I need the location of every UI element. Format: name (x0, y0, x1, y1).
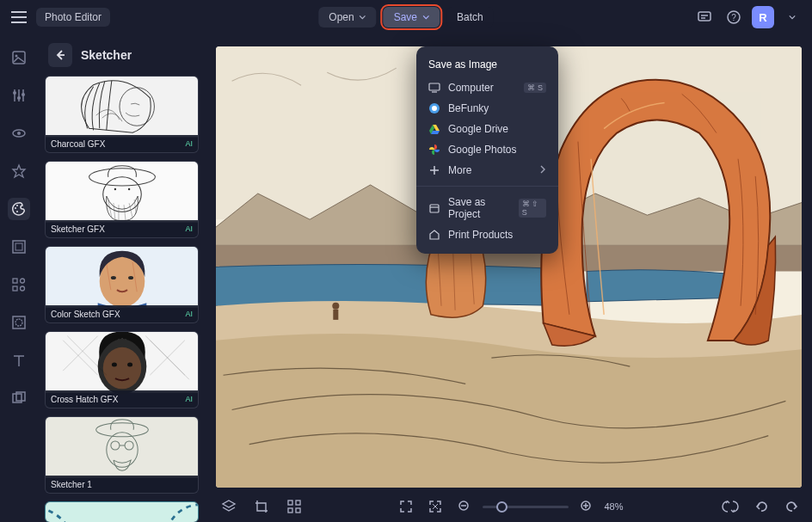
svg-point-58 (127, 363, 132, 367)
svg-point-56 (103, 347, 142, 390)
chevron-right-icon (539, 164, 546, 176)
back-button[interactable] (48, 43, 72, 67)
gphotos-icon (428, 144, 440, 156)
compare-icon[interactable] (719, 495, 741, 518)
effect-thumb-sketcher-1[interactable]: Sketcher 1 (45, 416, 199, 494)
rail-image-icon[interactable] (8, 46, 30, 69)
save-button[interactable]: Save (384, 7, 440, 28)
effect-thumb-charcoal[interactable]: Charcoal GFXAI (45, 76, 199, 153)
save-item-label: Google Drive (448, 123, 508, 135)
svg-rect-81 (429, 83, 440, 90)
svg-point-51 (128, 276, 133, 279)
rail-textures-icon[interactable] (8, 387, 30, 409)
svg-rect-65 (46, 417, 198, 478)
svg-marker-92 (430, 230, 439, 239)
svg-point-47 (128, 188, 130, 190)
thumb-label: Cross Hatch GFX (51, 395, 118, 404)
save-item-computer[interactable]: Computer ⌘ S (416, 77, 558, 98)
save-item-print[interactable]: Print Products (416, 224, 558, 245)
svg-point-84 (432, 106, 437, 111)
svg-point-57 (112, 363, 117, 367)
save-item-more[interactable]: More (416, 160, 558, 181)
rail-ai-effects-icon[interactable] (8, 160, 30, 182)
save-section-image: Save as Image (416, 55, 558, 77)
save-item-befunky[interactable]: BeFunky (416, 98, 558, 119)
effect-thumb-cross-hatch[interactable]: Cross Hatch GFXAI (45, 331, 199, 408)
svg-rect-28 (13, 316, 25, 329)
menu-divider (416, 186, 558, 187)
zoom-in-icon[interactable] (575, 495, 597, 518)
rail-adjust-icon[interactable] (8, 84, 30, 107)
save-item-label: BeFunky (448, 102, 489, 114)
befunky-icon (428, 102, 440, 114)
svg-rect-95 (296, 501, 300, 505)
menu-icon[interactable] (9, 7, 29, 28)
save-item-label: Google Photos (448, 144, 516, 156)
fullscreen-icon[interactable] (394, 495, 416, 518)
rail-artsy-icon[interactable] (8, 198, 30, 220)
svg-point-46 (114, 188, 116, 190)
batch-button[interactable]: Batch (446, 7, 494, 28)
ai-badge: AI (185, 139, 193, 148)
effect-thumb-next[interactable] (45, 501, 199, 522)
ai-badge: AI (185, 310, 193, 318)
svg-point-21 (16, 211, 18, 212)
svg-rect-90 (430, 205, 439, 212)
comments-icon[interactable] (693, 6, 716, 28)
kbd-shortcut: ⌘ ⇧ S (519, 199, 546, 218)
help-icon[interactable]: ? (723, 6, 745, 28)
grid-icon[interactable] (283, 495, 305, 518)
layers-icon[interactable] (218, 495, 240, 518)
svg-point-11 (13, 91, 16, 95)
rail-graphics-icon[interactable] (8, 273, 30, 296)
panel-title: Sketcher (81, 48, 132, 62)
svg-point-20 (16, 205, 18, 206)
save-item-label: Computer (448, 82, 494, 94)
crop-icon[interactable] (250, 495, 273, 518)
save-label: Save (394, 11, 417, 23)
save-item-label: More (448, 164, 471, 176)
chevron-down-icon (360, 14, 366, 21)
svg-point-27 (21, 286, 25, 291)
svg-rect-71 (45, 502, 199, 522)
svg-text:?: ? (731, 13, 736, 22)
effect-thumb-color-sketch[interactable]: Color Sketch GFXAI (45, 246, 199, 323)
svg-rect-24 (13, 279, 17, 283)
user-menu-chevron[interactable] (781, 6, 803, 28)
svg-point-79 (332, 303, 339, 310)
svg-rect-23 (15, 243, 22, 250)
rail-text-icon[interactable] (8, 349, 30, 372)
gdrive-icon (428, 123, 440, 135)
save-item-project[interactable]: Save as Project ⌘ ⇧ S (416, 192, 558, 224)
save-item-gdrive[interactable]: Google Drive (416, 119, 558, 139)
svg-point-17 (17, 132, 21, 135)
effect-thumb-sketcher[interactable]: Sketcher GFXAI (45, 161, 199, 238)
svg-rect-3 (698, 12, 710, 21)
kbd-shortcut: ⌘ S (524, 83, 546, 93)
svg-rect-37 (46, 162, 198, 223)
rail-frames-icon[interactable] (8, 236, 30, 258)
open-button[interactable]: Open (318, 7, 376, 28)
undo-icon[interactable] (750, 495, 772, 518)
save-item-label: Print Products (448, 229, 513, 241)
zoom-handle[interactable] (495, 501, 507, 513)
svg-point-29 (15, 319, 22, 326)
rail-overlays-icon[interactable] (8, 311, 30, 334)
rail-visibility-icon[interactable] (8, 122, 30, 144)
svg-marker-93 (223, 501, 235, 507)
svg-point-25 (21, 279, 25, 283)
redo-icon[interactable] (781, 495, 803, 518)
project-icon (428, 202, 440, 214)
user-avatar[interactable]: R (752, 6, 774, 28)
svg-marker-18 (13, 165, 25, 177)
computer-icon (428, 82, 440, 94)
app-title[interactable]: Photo Editor (36, 8, 110, 27)
save-item-gphotos[interactable]: Google Photos (416, 139, 558, 160)
batch-label: Batch (457, 11, 483, 23)
svg-rect-96 (288, 508, 292, 513)
zoom-slider[interactable] (482, 506, 568, 508)
zoom-percent[interactable]: 48% (604, 501, 623, 512)
zoom-out-icon[interactable] (452, 495, 475, 518)
fit-icon[interactable] (423, 495, 446, 518)
svg-rect-26 (13, 286, 17, 291)
